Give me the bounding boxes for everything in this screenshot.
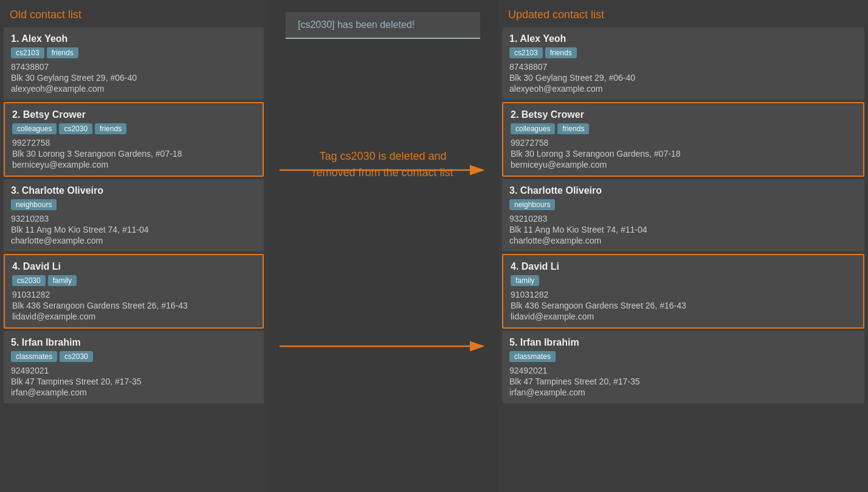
contact-email: charlotte@example.com — [11, 236, 257, 245]
contact-phone: 99272758 — [511, 138, 856, 148]
tag: cs2030 — [59, 123, 92, 134]
tag: classmates — [11, 351, 57, 362]
contact-address: Blk 47 Tampines Street 20, #17-35 — [11, 377, 257, 386]
tag: cs2030 — [12, 275, 46, 286]
contact-phone: 87438807 — [11, 62, 257, 72]
contact-phone: 91031282 — [12, 290, 255, 299]
tag: friends — [47, 47, 78, 58]
tags-row: cs2103friends — [509, 47, 857, 58]
contact-email: lidavid@example.com — [511, 312, 856, 321]
contact-name: 2. Betsy Crower — [12, 109, 255, 120]
contact-card: 1. Alex Yeohcs2103friends87438807Blk 30 … — [4, 27, 264, 100]
tags-row: family — [511, 275, 856, 286]
contact-email: berniceyu@example.com — [511, 160, 856, 169]
contact-card: 3. Charlotte Oliveironeighbours93210283B… — [502, 179, 864, 251]
contact-phone: 92492021 — [509, 366, 857, 375]
contact-card: 2. Betsy Crowercolleaguescs2030friends99… — [4, 102, 264, 177]
contact-address: Blk 30 Lorong 3 Serangoon Gardens, #07-1… — [12, 149, 255, 159]
tags-row: cs2030family — [12, 275, 255, 286]
contact-address: Blk 30 Lorong 3 Serangoon Gardens, #07-1… — [511, 149, 856, 159]
tag: classmates — [509, 351, 556, 362]
tag: family — [48, 275, 77, 286]
tags-row: classmatescs2030 — [11, 351, 257, 362]
left-panel-title: Old contact list — [0, 0, 267, 27]
right-contact-list[interactable]: 1. Alex Yeohcs2103friends87438807Blk 30 … — [498, 27, 868, 492]
right-panel-title: Updated contact list — [498, 0, 868, 27]
tag: family — [511, 275, 539, 286]
contact-phone: 93210283 — [11, 214, 257, 224]
contact-name: 2. Betsy Crower — [511, 109, 856, 120]
contact-address: Blk 436 Serangoon Gardens Street 26, #16… — [12, 301, 255, 310]
contact-name: 5. Irfan Ibrahim — [509, 337, 857, 348]
contact-address: Blk 30 Geylang Street 29, #06-40 — [509, 73, 857, 83]
contact-card: 5. Irfan Ibrahimclassmatescs203092492021… — [4, 331, 264, 403]
tags-row: neighbours — [11, 199, 257, 210]
tags-row: cs2103friends — [11, 47, 257, 58]
tag: friends — [557, 123, 589, 134]
contact-name: 1. Alex Yeoh — [509, 33, 857, 44]
contact-phone: 91031282 — [511, 290, 856, 299]
contact-phone: 99272758 — [12, 138, 255, 148]
contact-name: 3. Charlotte Oliveiro — [509, 185, 857, 196]
contact-address: Blk 11 Ang Mo Kio Street 74, #11-04 — [509, 225, 857, 234]
contact-email: lidavid@example.com — [12, 312, 255, 321]
contact-address: Blk 47 Tampines Street 20, #17-35 — [509, 377, 857, 386]
contact-email: irfan@example.com — [11, 388, 257, 397]
tags-row: colleaguesfriends — [511, 123, 856, 134]
contact-email: charlotte@example.com — [509, 236, 857, 245]
tag: neighbours — [509, 199, 555, 210]
arrows-svg — [267, 0, 498, 492]
contact-card: 3. Charlotte Oliveironeighbours93210283B… — [4, 179, 264, 251]
contact-card: 1. Alex Yeohcs2103friends87438807Blk 30 … — [502, 27, 864, 100]
middle-panel: [cs2030] has been deleted! Tag cs2030 is… — [267, 0, 498, 492]
contact-name: 4. David Li — [511, 261, 856, 272]
deleted-message: [cs2030] has been deleted! — [286, 12, 480, 39]
left-contact-list[interactable]: 1. Alex Yeohcs2103friends87438807Blk 30 … — [0, 27, 267, 492]
contact-name: 5. Irfan Ibrahim — [11, 337, 257, 348]
main-layout: Old contact list 1. Alex Yeohcs2103frien… — [0, 0, 868, 492]
contact-phone: 92492021 — [11, 366, 257, 375]
contact-address: Blk 11 Ang Mo Kio Street 74, #11-04 — [11, 225, 257, 234]
left-panel: Old contact list 1. Alex Yeohcs2103frien… — [0, 0, 267, 492]
right-panel: Updated contact list 1. Alex Yeohcs2103f… — [498, 0, 868, 492]
tag: cs2030 — [60, 351, 93, 362]
contact-name: 4. David Li — [12, 261, 255, 272]
tag: cs2103 — [509, 47, 543, 58]
tags-row: colleaguescs2030friends — [12, 123, 255, 134]
tag: friends — [545, 47, 577, 58]
contact-card: 2. Betsy Crowercolleaguesfriends99272758… — [502, 102, 864, 177]
contact-address: Blk 30 Geylang Street 29, #06-40 — [11, 73, 257, 83]
contact-email: alexyeoh@example.com — [11, 84, 257, 94]
tag: neighbours — [11, 199, 57, 210]
contact-name: 1. Alex Yeoh — [11, 33, 257, 44]
contact-phone: 93210283 — [509, 214, 857, 224]
contact-card: 4. David Lifamily91031282Blk 436 Serango… — [502, 254, 864, 329]
contact-email: berniceyu@example.com — [12, 160, 255, 169]
contact-address: Blk 436 Serangoon Gardens Street 26, #16… — [511, 301, 856, 310]
tags-row: neighbours — [509, 199, 857, 210]
contact-name: 3. Charlotte Oliveiro — [11, 185, 257, 196]
tag: colleagues — [511, 123, 555, 134]
tag: friends — [95, 123, 126, 134]
contact-card: 5. Irfan Ibrahimclassmates92492021Blk 47… — [502, 331, 864, 403]
explanation-text: Tag cs2030 is deleted and removed from t… — [286, 148, 480, 181]
tag: colleagues — [12, 123, 57, 134]
tag: cs2103 — [11, 47, 44, 58]
contact-card: 4. David Lics2030family91031282Blk 436 S… — [4, 254, 264, 329]
tags-row: classmates — [509, 351, 857, 362]
contact-email: irfan@example.com — [509, 388, 857, 397]
contact-email: alexyeoh@example.com — [509, 84, 857, 94]
contact-phone: 87438807 — [509, 62, 857, 72]
